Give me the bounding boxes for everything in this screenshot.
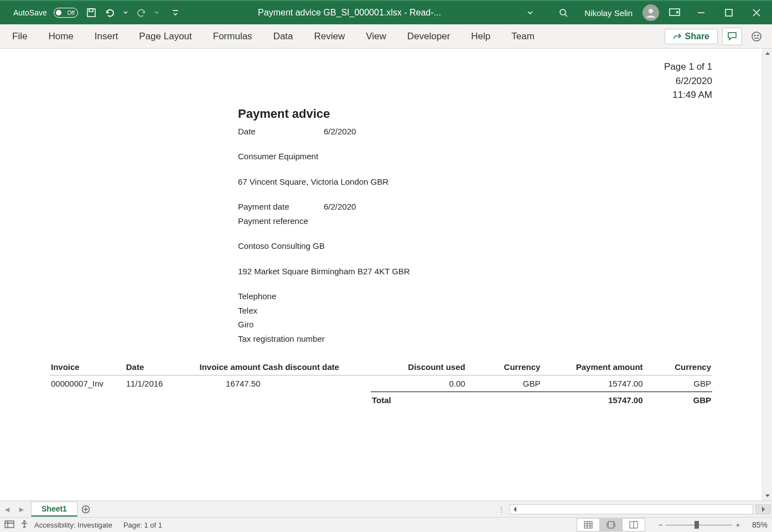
total-amount: 15747.00: [541, 392, 644, 409]
svg-point-3: [649, 9, 653, 13]
th-invoice: Invoice: [50, 360, 125, 375]
page-content: Page 1 of 1 6/2/2020 11:49 AM Payment ad…: [0, 49, 762, 500]
qat-customize-icon[interactable]: [170, 7, 181, 18]
ribbon: File Home Insert Page Layout Formulas Da…: [0, 24, 772, 49]
th-pay-amount: Payment amount: [541, 360, 644, 375]
company-address: 192 Market Square Birmingham B27 4KT GBR: [238, 264, 712, 279]
th-curr1: Currency: [467, 360, 542, 375]
statusbar: Accessibility: Investigate Page: 1 of 1 …: [0, 517, 772, 532]
sheet-view-icon[interactable]: [4, 520, 14, 530]
svg-point-6: [752, 32, 761, 41]
svg-rect-1: [89, 9, 93, 12]
giro-label: Giro: [238, 317, 712, 332]
comments-icon[interactable]: [722, 28, 742, 45]
cell-curr1: GBP: [467, 375, 542, 392]
table-row: 00000007_Inv 11/1/2016 16747.50 0.00 GBP…: [50, 375, 712, 392]
payment-ref-label: Payment reference: [238, 214, 712, 228]
new-sheet-button[interactable]: [77, 501, 94, 517]
view-page-break-button[interactable]: [622, 518, 645, 531]
view-page-layout-button[interactable]: [599, 518, 623, 531]
cell-invoice: 00000007_Inv: [50, 375, 125, 392]
undo-icon[interactable]: [105, 7, 116, 18]
redo-icon[interactable]: [136, 7, 147, 18]
zoom-out-button[interactable]: −: [659, 521, 663, 529]
hscroll-left-icon[interactable]: [510, 505, 520, 514]
invoice-table: Invoice Date Invoice amount Cash discoun…: [50, 360, 712, 408]
page-date: 6/2/2020: [50, 74, 712, 88]
date-value: 6/2/2020: [324, 124, 356, 139]
tab-insert[interactable]: Insert: [95, 31, 118, 42]
sheet-tabs-bar: ◄ ► Sheet1 ⋮: [0, 500, 772, 517]
total-label: Total: [371, 392, 467, 409]
tab-team[interactable]: Team: [511, 31, 535, 42]
accessibility-label[interactable]: Accessibility: Investigate: [34, 521, 112, 529]
svg-point-2: [560, 9, 566, 15]
vertical-scrollbar[interactable]: [762, 49, 772, 500]
tab-home[interactable]: Home: [48, 31, 73, 42]
tab-help[interactable]: Help: [471, 31, 490, 42]
share-button[interactable]: Share: [665, 29, 718, 44]
zoom-in-button[interactable]: +: [735, 521, 740, 529]
scroll-down-icon[interactable]: [763, 491, 772, 500]
avatar[interactable]: [643, 4, 659, 21]
svg-point-11: [24, 520, 25, 522]
th-disc-used: Discount used: [371, 360, 467, 375]
tab-nav-prev-icon[interactable]: ◄: [0, 501, 14, 517]
telephone-label: Telephone: [238, 289, 712, 304]
tab-view[interactable]: View: [366, 31, 386, 42]
view-normal-button[interactable]: [577, 518, 600, 531]
payment-date-label: Payment date: [238, 200, 324, 214]
tab-nav-next-icon[interactable]: ►: [14, 501, 29, 517]
svg-rect-0: [87, 9, 95, 17]
autosave-toggle[interactable]: Off: [54, 8, 78, 18]
company-name: Contoso Consulting GB: [238, 239, 712, 253]
tab-developer[interactable]: Developer: [407, 31, 450, 42]
redo-dropdown-icon[interactable]: [151, 7, 162, 18]
accessibility-icon[interactable]: [20, 520, 29, 530]
tab-formulas[interactable]: Formulas: [213, 31, 252, 42]
date-label: Date: [238, 124, 324, 139]
titlebar: AutoSave Off Payment advice GB_SI_000001…: [0, 0, 772, 24]
scroll-up-icon[interactable]: [763, 49, 772, 59]
tab-review[interactable]: Review: [314, 31, 345, 42]
cell-curr2: GBP: [644, 375, 712, 392]
user-name[interactable]: Nikolay Selin: [584, 8, 633, 18]
minimize-icon[interactable]: [696, 7, 707, 18]
vendor-address: 67 Vincent Square, Victoria London GBR: [238, 175, 712, 189]
svg-rect-4: [670, 9, 680, 15]
tab-file[interactable]: File: [12, 31, 27, 42]
sheet-drag-handle-icon[interactable]: ⋮: [493, 505, 510, 514]
hscroll-right-icon[interactable]: [755, 504, 771, 514]
tax-reg-label: Tax registration number: [238, 332, 712, 346]
horizontal-scrollbar[interactable]: [510, 504, 753, 514]
zoom-slider[interactable]: [666, 525, 732, 525]
tab-page-layout[interactable]: Page Layout: [139, 31, 191, 42]
svg-rect-5: [726, 9, 732, 16]
feedback-smile-icon[interactable]: [747, 28, 766, 45]
save-icon[interactable]: [86, 7, 97, 18]
cell-cash-disc: [262, 375, 371, 392]
cell-date: 11/1/2016: [125, 375, 180, 392]
total-curr: GBP: [644, 392, 712, 409]
page-indicator: Page: 1 of 1: [123, 521, 162, 529]
zoom-percent[interactable]: 85%: [752, 520, 768, 529]
cell-disc-used: 0.00: [371, 375, 467, 392]
cell-inv-amount: 16747.50: [179, 375, 261, 392]
sheet-tab-active[interactable]: Sheet1: [31, 502, 77, 517]
cell-pay-amount: 15747.00: [541, 375, 644, 392]
page-number: Page 1 of 1: [50, 60, 712, 74]
payment-date-value: 6/2/2020: [324, 200, 356, 214]
ribbon-display-icon[interactable]: [669, 7, 680, 18]
doc-title: Payment advice: [238, 107, 712, 121]
undo-dropdown-icon[interactable]: [120, 7, 131, 18]
total-row: Total 15747.00 GBP: [50, 392, 712, 409]
search-icon[interactable]: [558, 7, 569, 18]
title-dropdown-icon[interactable]: [525, 7, 536, 18]
maximize-icon[interactable]: [723, 7, 734, 18]
ribbon-tabs: File Home Insert Page Layout Formulas Da…: [12, 31, 535, 42]
svg-point-8: [758, 35, 759, 36]
close-icon[interactable]: [751, 7, 762, 18]
page-time: 11:49 AM: [50, 88, 712, 102]
th-cash-disc: Cash discount date: [262, 360, 371, 375]
tab-data[interactable]: Data: [273, 31, 293, 42]
